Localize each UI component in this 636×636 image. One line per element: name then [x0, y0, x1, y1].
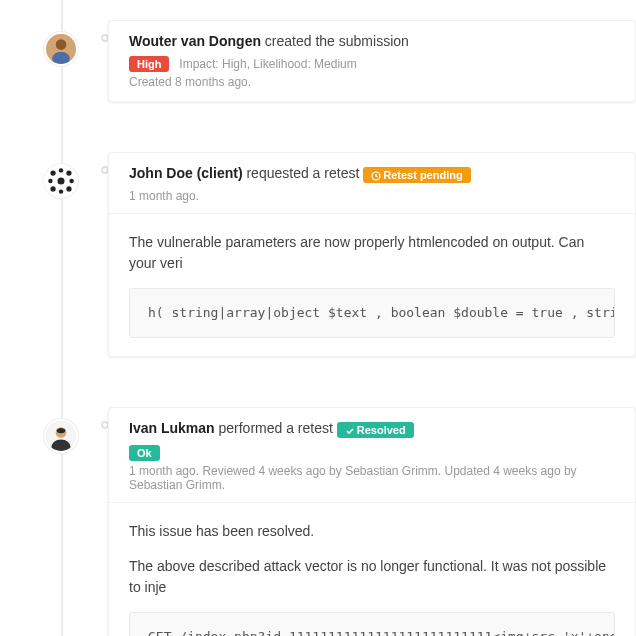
severity-badge: High: [129, 56, 169, 72]
clock-icon: [371, 171, 381, 181]
status-badge-label: Resolved: [357, 424, 406, 436]
svg-point-6: [66, 171, 71, 176]
svg-point-10: [59, 190, 63, 194]
badge-row: High Impact: High, Likelihood: Medium: [129, 55, 615, 72]
submission-card: Wouter van Dongen created the submission…: [108, 20, 636, 102]
check-icon: [345, 426, 355, 436]
card-header: Wouter van Dongen created the submission…: [109, 21, 635, 101]
svg-point-1: [56, 39, 67, 50]
ok-badge: Ok: [129, 445, 160, 461]
badge-row: Ok: [129, 444, 615, 461]
avatar[interactable]: [44, 164, 78, 198]
action-text: requested a retest: [246, 165, 359, 181]
impact-text: Impact: High, Likelihood: Medium: [179, 57, 356, 71]
svg-point-12: [69, 179, 73, 183]
avatar[interactable]: [44, 419, 78, 453]
avatar[interactable]: [44, 32, 78, 66]
status-badge-label: Retest pending: [383, 169, 462, 181]
code-block[interactable]: h( string|array|object $text , boolean $…: [129, 288, 615, 339]
action-text: performed a retest: [218, 420, 332, 436]
status-badge: Resolved: [337, 422, 414, 438]
message-text: This issue has been resolved.: [129, 521, 615, 542]
svg-point-7: [50, 187, 55, 192]
activity-timeline: Wouter van Dongen created the submission…: [0, 0, 636, 636]
svg-point-8: [66, 187, 71, 192]
title-line: Wouter van Dongen created the submission: [129, 33, 615, 49]
svg-point-9: [59, 169, 63, 173]
timeline-item: John Doe (client) requested a retest Ret…: [62, 152, 636, 357]
retest-result-card: Ivan Lukman performed a retest Resolved …: [108, 407, 636, 636]
retest-request-card: John Doe (client) requested a retest Ret…: [108, 152, 636, 357]
card-header: Ivan Lukman performed a retest Resolved …: [109, 408, 635, 492]
svg-point-11: [48, 179, 52, 183]
geometric-avatar-icon: [46, 166, 76, 196]
timeline-item: Wouter van Dongen created the submission…: [62, 20, 636, 102]
message-text: The above described attack vector is no …: [129, 556, 615, 598]
time-text: 1 month ago.: [129, 189, 615, 203]
code-block[interactable]: GET /index.php?id=1111111111111111111111…: [129, 612, 615, 636]
card-content: This issue has been resolved. The above …: [109, 502, 635, 636]
status-badge: Retest pending: [363, 167, 470, 183]
author-name[interactable]: John Doe (client): [129, 165, 243, 181]
title-line: John Doe (client) requested a retest Ret…: [129, 165, 615, 182]
author-name[interactable]: Wouter van Dongen: [129, 33, 261, 49]
title-line: Ivan Lukman performed a retest Resolved: [129, 420, 615, 437]
message-text: The vulnerable parameters are now proper…: [129, 232, 615, 274]
user-avatar-icon: [46, 421, 76, 451]
timeline-item: Ivan Lukman performed a retest Resolved …: [62, 407, 636, 636]
svg-point-4: [57, 178, 64, 185]
card-header: John Doe (client) requested a retest Ret…: [109, 153, 635, 202]
created-time: Created 8 months ago.: [129, 75, 615, 101]
card-content: The vulnerable parameters are now proper…: [109, 213, 635, 357]
user-avatar-icon: [46, 34, 76, 64]
author-name[interactable]: Ivan Lukman: [129, 420, 215, 436]
action-text: created the submission: [265, 33, 409, 49]
meta-text: 1 month ago. Reviewed 4 weeks ago by Seb…: [129, 464, 615, 492]
svg-point-5: [50, 171, 55, 176]
